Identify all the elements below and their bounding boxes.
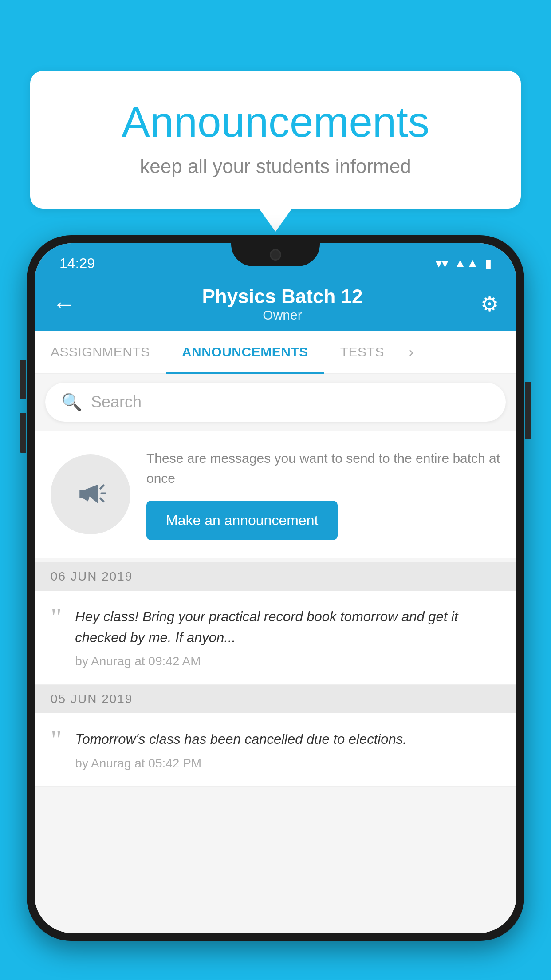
megaphone-circle	[51, 454, 130, 534]
app-bar-title-container: Physics Batch 12 Owner	[84, 285, 480, 323]
announcement-content-1: Hey class! Bring your practical record b…	[75, 607, 500, 668]
announcement-meta-2: by Anurag at 05:42 PM	[75, 756, 500, 771]
announcement-item-1: " Hey class! Bring your practical record…	[35, 591, 516, 685]
search-icon: 🔍	[61, 392, 82, 412]
status-icons: ▾▾ ▲▲ ▮	[436, 256, 492, 271]
search-container[interactable]: 🔍 Search	[45, 383, 506, 422]
phone-notch	[231, 243, 320, 266]
quote-icon-2: "	[51, 726, 62, 753]
volume-down-button[interactable]	[20, 413, 26, 453]
announcement-prompt: These are messages you want to send to t…	[35, 431, 516, 558]
battery-icon: ▮	[485, 256, 492, 271]
content-area: 🔍 Search These are messages yo	[35, 374, 516, 933]
announcement-item-2: " Tomorrow's class has been cancelled du…	[35, 713, 516, 787]
tabs-bar: ASSIGNMENTS ANNOUNCEMENTS TESTS ›	[35, 331, 516, 374]
megaphone-icon	[71, 474, 110, 514]
tab-assignments[interactable]: ASSIGNMENTS	[35, 331, 166, 373]
announcement-content-2: Tomorrow's class has been cancelled due …	[75, 729, 500, 771]
phone-frame: 14:29 ▾▾ ▲▲ ▮ ← Physics Batch 12 Owner ⚙…	[27, 235, 524, 941]
speech-bubble-title: Announcements	[66, 98, 485, 146]
tab-more[interactable]: ›	[400, 331, 422, 373]
announcement-text-2: Tomorrow's class has been cancelled due …	[75, 729, 500, 750]
app-bar: ← Physics Batch 12 Owner ⚙	[35, 277, 516, 331]
date-divider-2: 05 JUN 2019	[35, 685, 516, 713]
status-time: 14:29	[59, 255, 95, 272]
settings-icon[interactable]: ⚙	[480, 292, 499, 316]
make-announcement-button[interactable]: Make an announcement	[146, 501, 338, 540]
app-bar-title: Physics Batch 12	[84, 285, 480, 308]
prompt-description: These are messages you want to send to t…	[146, 448, 500, 488]
date-divider-1: 06 JUN 2019	[35, 562, 516, 591]
power-button[interactable]	[525, 382, 531, 439]
back-button[interactable]: ←	[52, 291, 75, 317]
speech-bubble: Announcements keep all your students inf…	[30, 71, 521, 209]
search-placeholder: Search	[91, 393, 142, 411]
speech-bubble-subtitle: keep all your students informed	[66, 155, 485, 178]
tab-tests[interactable]: TESTS	[324, 331, 400, 373]
phone-outer: 14:29 ▾▾ ▲▲ ▮ ← Physics Batch 12 Owner ⚙…	[27, 235, 524, 980]
announcement-text-1: Hey class! Bring your practical record b…	[75, 607, 500, 648]
tab-announcements[interactable]: ANNOUNCEMENTS	[166, 331, 324, 373]
announcement-meta-1: by Anurag at 09:42 AM	[75, 654, 500, 668]
svg-line-2	[101, 498, 104, 502]
svg-line-0	[101, 485, 104, 488]
prompt-right: These are messages you want to send to t…	[146, 448, 500, 540]
speech-bubble-container: Announcements keep all your students inf…	[30, 71, 521, 209]
quote-icon: "	[51, 603, 62, 631]
app-bar-subtitle: Owner	[84, 308, 480, 323]
volume-up-button[interactable]	[20, 360, 26, 399]
front-camera	[270, 249, 281, 261]
signal-icon: ▲▲	[454, 256, 479, 270]
phone-screen: 14:29 ▾▾ ▲▲ ▮ ← Physics Batch 12 Owner ⚙…	[35, 243, 516, 933]
wifi-icon: ▾▾	[436, 256, 448, 271]
